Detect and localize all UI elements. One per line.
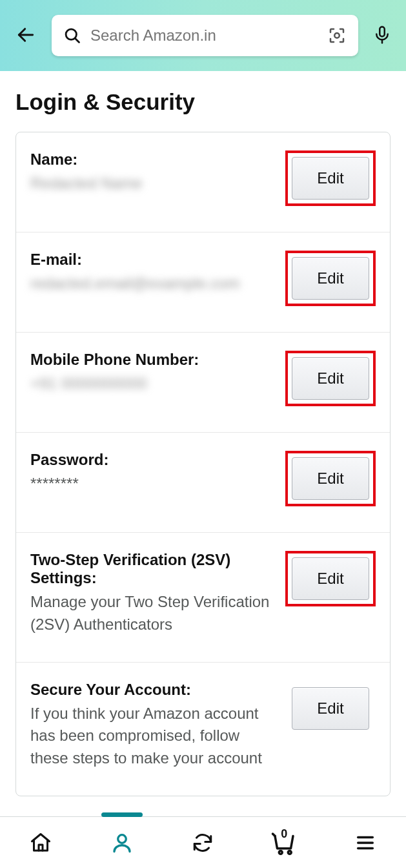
- twosv-edit-highlight: Edit: [285, 551, 376, 606]
- bottom-nav: 0: [0, 816, 406, 868]
- home-icon: [29, 831, 52, 854]
- hamburger-icon: [354, 832, 376, 854]
- twosv-value: Manage your Two Step Verification (2SV) …: [30, 591, 275, 636]
- password-value: ********: [30, 473, 275, 495]
- svg-line-2: [75, 38, 79, 42]
- email-edit-highlight: Edit: [285, 251, 376, 306]
- row-name: Name: Redacted Name Edit: [16, 132, 390, 232]
- twosv-label: Two-Step Verification (2SV) Settings:: [30, 551, 275, 587]
- cart-count: 0: [281, 827, 287, 841]
- top-bar: [0, 0, 406, 71]
- back-arrow-icon: [15, 25, 36, 45]
- search-input[interactable]: [90, 26, 318, 45]
- name-label: Name:: [30, 150, 275, 169]
- password-label: Password:: [30, 451, 275, 469]
- content-area: Login & Security Name: Redacted Name Edi…: [0, 71, 406, 816]
- refresh-icon: [191, 831, 214, 854]
- email-value: redacted.email@example.com: [30, 273, 275, 295]
- password-edit-button[interactable]: Edit: [292, 457, 369, 500]
- secure-edit-button[interactable]: Edit: [292, 687, 369, 730]
- svg-point-7: [279, 851, 283, 854]
- microphone-button[interactable]: [370, 23, 394, 49]
- svg-point-6: [117, 834, 126, 843]
- row-mobile: Mobile Phone Number: +91 0000000000 Edit: [16, 333, 390, 433]
- search-bar[interactable]: [52, 15, 358, 56]
- back-button[interactable]: [12, 21, 40, 51]
- mobile-edit-highlight: Edit: [285, 351, 376, 406]
- settings-card: Name: Redacted Name Edit E-mail: redacte…: [15, 132, 391, 796]
- name-value: Redacted Name: [30, 172, 275, 195]
- row-email: E-mail: redacted.email@example.com Edit: [16, 232, 390, 333]
- account-icon: [110, 831, 134, 854]
- secure-value: If you think your Amazon account has bee…: [30, 703, 275, 770]
- mobile-value: +91 0000000000: [30, 373, 275, 395]
- nav-menu-button[interactable]: [345, 822, 386, 863]
- row-secure-account: Secure Your Account: If you think your A…: [16, 663, 390, 796]
- svg-point-8: [289, 851, 292, 854]
- row-password: Password: ******** Edit: [16, 433, 390, 533]
- email-edit-button[interactable]: Edit: [292, 257, 369, 300]
- microphone-icon: [372, 25, 392, 45]
- nav-cart-button[interactable]: 0: [263, 822, 305, 863]
- name-edit-button[interactable]: Edit: [292, 157, 369, 200]
- svg-point-3: [334, 33, 340, 38]
- camera-lens-icon[interactable]: [327, 26, 347, 45]
- password-edit-highlight: Edit: [285, 451, 376, 506]
- email-label: E-mail:: [30, 251, 275, 269]
- secure-edit-wrap: Edit: [285, 681, 376, 736]
- mobile-label: Mobile Phone Number:: [30, 351, 275, 369]
- mobile-edit-button[interactable]: Edit: [292, 357, 369, 400]
- svg-rect-4: [380, 26, 385, 36]
- nav-home-button[interactable]: [20, 822, 61, 863]
- twosv-edit-button[interactable]: Edit: [292, 557, 369, 600]
- row-twosv: Two-Step Verification (2SV) Settings: Ma…: [16, 533, 390, 663]
- secure-label: Secure Your Account:: [30, 681, 275, 699]
- search-icon: [63, 26, 81, 45]
- nav-account-button[interactable]: [101, 822, 143, 863]
- nav-refresh-button[interactable]: [182, 822, 223, 863]
- page-title: Login & Security: [15, 89, 391, 115]
- name-edit-highlight: Edit: [285, 150, 376, 206]
